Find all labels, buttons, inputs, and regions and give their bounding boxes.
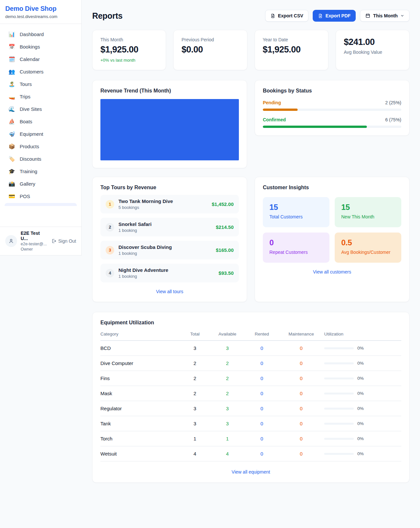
sidebar-item-products[interactable]: 📦 Products — [4, 141, 77, 152]
cell-maintenance: 0 — [278, 391, 324, 396]
utilization-percent: 0% — [357, 421, 364, 426]
revenue-trend-card: Revenue Trend (This Month) — [92, 80, 247, 168]
sidebar-item-boats[interactable]: ⛵ Boats — [4, 116, 77, 127]
period-dropdown[interactable]: This Month — [360, 10, 410, 22]
person-icon — [8, 238, 14, 244]
sidebar-item-bookings[interactable]: 📅 Bookings — [4, 41, 77, 52]
sign-out-button[interactable]: Sign Out — [51, 238, 76, 244]
tour-bookings: 1 booking — [118, 274, 214, 279]
main-content: Reports Export CSV Export PDF This Month — [82, 0, 420, 496]
row-tours-insights: Top Tours by Revenue 1 Two Tank Morning … — [92, 177, 410, 302]
view-all-equipment-link[interactable]: View all equipment — [100, 469, 401, 475]
avatar — [5, 235, 17, 247]
sidebar-item-label: Bookings — [20, 44, 40, 50]
cell-available: 3 — [209, 406, 245, 411]
sidebar-item-calendar[interactable]: 🗓️ Calendar — [4, 53, 77, 65]
sidebar-item-label: Boats — [20, 119, 32, 124]
sidebar: Demo Dive Shop demo.test.divestreams.com… — [0, 0, 82, 255]
cell-category: BCD — [100, 345, 180, 351]
customer-insights-card: Customer Insights 15 Total Customers 15 … — [255, 177, 410, 302]
sidebar-item-dive-sites[interactable]: 🌊 Dive Sites — [4, 103, 77, 115]
top-tours-card: Top Tours by Revenue 1 Two Tank Morning … — [92, 177, 247, 302]
sailboat-icon: ⛵ — [9, 119, 15, 124]
wave-icon: 🌊 — [9, 107, 15, 112]
cell-maintenance: 0 — [278, 436, 324, 441]
cell-total: 2 — [180, 391, 209, 396]
stat-value: $1,925.00 — [263, 45, 320, 55]
customer-insights-title: Customer Insights — [263, 185, 401, 191]
tile-value: 15 — [269, 203, 323, 212]
sidebar-item-pos[interactable]: 💳 POS — [4, 191, 77, 202]
tag-icon: 🏷️ — [9, 156, 15, 162]
stat-value: $241.00 — [344, 37, 401, 47]
sidebar-item-label: Dashboard — [20, 31, 44, 37]
utilization-percent: 0% — [357, 346, 364, 351]
cell-maintenance: 0 — [278, 451, 324, 457]
cell-available: 1 — [209, 436, 245, 441]
cell-utilization: 0% — [324, 406, 401, 411]
tour-row: 4 Night Dive Adventure 1 booking $93.50 — [100, 264, 239, 282]
col-header-maintenance: Maintenance — [278, 332, 324, 336]
sidebar-item-label: Products — [20, 144, 39, 149]
cell-utilization: 0% — [324, 436, 401, 441]
stat-label: This Month — [100, 37, 158, 42]
status-label: Confirmed — [263, 117, 286, 122]
sidebar-item-tours[interactable]: 🏝️ Tours — [4, 78, 77, 90]
revenue-trend-title: Revenue Trend (This Month) — [100, 88, 239, 94]
equipment-utilization-title: Equipment Utilization — [100, 320, 401, 326]
sidebar-item-label: Discounts — [20, 156, 41, 162]
cell-utilization: 0% — [324, 361, 401, 366]
sidebar-item-equipment[interactable]: 🤿 Equipment — [4, 128, 77, 140]
sidebar-item-trips[interactable]: 🚤 Trips — [4, 91, 77, 102]
cell-maintenance: 0 — [278, 376, 324, 381]
table-row: Regulator 3 3 0 0 0% — [100, 401, 401, 416]
shop-name: Demo Dive Shop — [5, 5, 76, 12]
export-pdf-label: Export PDF — [326, 13, 350, 18]
tile-label: Total Customers — [269, 214, 323, 219]
stat-value: $0.00 — [181, 45, 239, 55]
tile-label: Avg Bookings/Customer — [341, 250, 395, 255]
file-download-icon — [270, 13, 275, 18]
period-label: This Month — [373, 13, 398, 18]
cell-total: 4 — [180, 451, 209, 457]
tile-new-this-month: 15 New This Month — [335, 197, 401, 227]
col-header-available: Available — [209, 332, 245, 336]
export-pdf-button[interactable]: Export PDF — [313, 10, 356, 22]
export-csv-button[interactable]: Export CSV — [265, 10, 308, 22]
equipment-utilization-card: Equipment Utilization Category Total Ava… — [92, 312, 410, 483]
sidebar-item-training[interactable]: 🎓 Training — [4, 166, 77, 177]
tile-label: Repeat Customers — [269, 250, 323, 255]
view-all-tours-link[interactable]: View all tours — [100, 289, 239, 294]
utilization-bar-track — [324, 408, 354, 410]
sidebar-item-reports-active-partial[interactable] — [5, 203, 77, 206]
calendar-date-icon: 📅 — [9, 44, 15, 50]
view-all-customers-link[interactable]: View all customers — [263, 269, 401, 274]
shop-domain: demo.test.divestreams.com — [5, 14, 76, 19]
sidebar-item-label: POS — [20, 193, 30, 199]
utilization-percent: 0% — [357, 451, 364, 456]
cell-total: 1 — [180, 436, 209, 441]
col-header-category: Category — [100, 332, 180, 336]
utilization-percent: 0% — [357, 436, 364, 441]
tour-revenue: $214.50 — [216, 224, 234, 230]
sidebar-user-footer: E2E Test U... e2e-tester@... Owner Sign … — [0, 227, 81, 255]
sidebar-item-dashboard[interactable]: 📊 Dashboard — [4, 29, 77, 40]
sidebar-item-gallery[interactable]: 📸 Gallery — [4, 178, 77, 190]
col-header-rented: Rented — [245, 332, 278, 336]
cell-utilization: 0% — [324, 376, 401, 381]
tour-revenue: $165.00 — [216, 247, 234, 253]
sidebar-item-discounts[interactable]: 🏷️ Discounts — [4, 153, 77, 165]
credit-card-icon: 💳 — [9, 194, 15, 199]
people-icon: 👥 — [9, 69, 15, 74]
brand-header: Demo Dive Shop demo.test.divestreams.com — [0, 0, 81, 24]
table-row: Dive Computer 2 2 0 0 0% — [100, 356, 401, 371]
sign-out-label: Sign Out — [58, 238, 76, 244]
graduation-cap-icon: 🎓 — [9, 169, 15, 174]
user-info: E2E Test U... e2e-tester@... Owner — [21, 231, 48, 252]
sidebar-item-label: Calendar — [20, 56, 40, 62]
diving-mask-icon: 🤿 — [9, 132, 15, 137]
sidebar-item-customers[interactable]: 👥 Customers — [4, 66, 77, 77]
utilization-bar-track — [324, 393, 354, 395]
rank-badge: 1 — [106, 200, 114, 209]
cell-total: 2 — [180, 376, 209, 381]
